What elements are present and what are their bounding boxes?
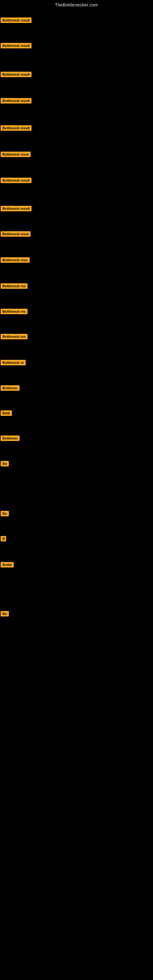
bottleneck-badge-22[interactable]: Bo xyxy=(1,611,9,618)
bottleneck-badge-5[interactable]: Bottleneck result xyxy=(1,125,32,132)
bottleneck-badge-19[interactable]: Bo xyxy=(1,511,9,517)
bottleneck-badge-text-12: Bottleneck res xyxy=(1,309,27,314)
bottleneck-badge-text-20: B xyxy=(1,536,6,541)
bottleneck-badge-text-8: Bottleneck result xyxy=(1,206,32,211)
bottleneck-badge-2[interactable]: Bottleneck result xyxy=(1,43,32,49)
bottleneck-badge-text-15: Bottlenec xyxy=(1,385,19,391)
bottleneck-badge-6[interactable]: Bottleneck resul xyxy=(1,151,30,158)
bottleneck-badge-text-17: Bottlenec xyxy=(1,436,19,441)
bottleneck-badge-13[interactable]: Bottleneck res xyxy=(1,334,27,340)
bottleneck-badge-4[interactable]: Bottleneck result xyxy=(1,98,32,105)
bottleneck-badge-text-6: Bottleneck resul xyxy=(1,151,30,157)
page-wrapper: TheBottlenecker.com Bottleneck resultBot… xyxy=(0,0,153,980)
bottleneck-badge-8[interactable]: Bottleneck result xyxy=(1,206,32,213)
bottleneck-badge-text-19: Bo xyxy=(1,511,9,516)
bottleneck-badge-text-13: Bottleneck res xyxy=(1,334,27,339)
bottleneck-badge-text-9: Bottleneck resul xyxy=(1,231,30,237)
bottleneck-badge-10[interactable]: Bottleneck resu xyxy=(1,257,30,264)
bottleneck-badge-7[interactable]: Bottleneck result xyxy=(1,178,32,185)
bottleneck-badge-text-4: Bottleneck result xyxy=(1,98,32,103)
bottleneck-badge-17[interactable]: Bottlenec xyxy=(1,436,19,442)
bottleneck-badge-16[interactable]: Bottl xyxy=(1,410,12,417)
bottleneck-badge-text-14: Bottleneck re xyxy=(1,360,26,365)
bottleneck-badge-15[interactable]: Bottlenec xyxy=(1,385,19,392)
bottleneck-badge-text-3: Bottleneck result xyxy=(1,72,32,77)
bottleneck-badge-text-2: Bottleneck result xyxy=(1,43,32,48)
bottleneck-badge-3[interactable]: Bottleneck result xyxy=(1,72,32,78)
bottleneck-badge-text-21: Bottle xyxy=(1,562,14,568)
bottleneck-badge-21[interactable]: Bottle xyxy=(1,562,14,569)
bottleneck-badge-20[interactable]: B xyxy=(1,536,6,542)
bottleneck-badge-text-10: Bottleneck resu xyxy=(1,257,30,263)
site-title: TheBottlenecker.com xyxy=(0,0,153,10)
bottleneck-badge-text-11: Bottleneck res xyxy=(1,283,27,289)
bottleneck-badge-18[interactable]: Bo xyxy=(1,461,9,468)
bottleneck-badge-text-7: Bottleneck result xyxy=(1,178,32,183)
bottleneck-badge-1[interactable]: Bottleneck result xyxy=(1,18,32,24)
bottleneck-badge-text-22: Bo xyxy=(1,611,9,616)
bottleneck-badge-14[interactable]: Bottleneck re xyxy=(1,360,26,367)
bottleneck-badge-text-16: Bottl xyxy=(1,410,12,416)
bottleneck-badge-text-1: Bottleneck result xyxy=(1,18,32,23)
bottleneck-badge-9[interactable]: Bottleneck resul xyxy=(1,231,30,238)
bottleneck-badge-12[interactable]: Bottleneck res xyxy=(1,309,27,315)
bottleneck-badge-text-18: Bo xyxy=(1,461,9,466)
bottleneck-badge-text-5: Bottleneck result xyxy=(1,125,32,131)
bottleneck-badge-11[interactable]: Bottleneck res xyxy=(1,283,27,290)
